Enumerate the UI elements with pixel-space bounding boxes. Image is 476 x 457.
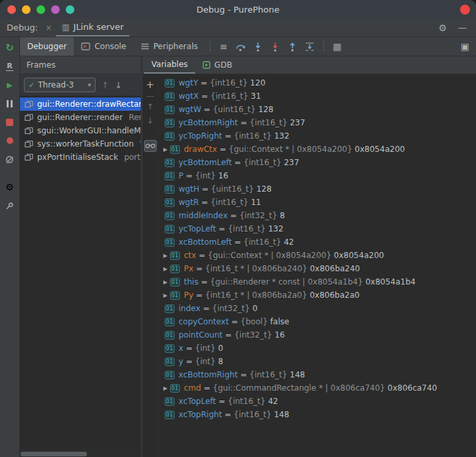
expander-icon[interactable]: ▶ — [161, 279, 170, 285]
tab-jlink-server[interactable]: ▥ JLink server — [56, 19, 129, 36]
window-control-purple[interactable] — [51, 5, 60, 14]
stop-button[interactable] — [3, 116, 17, 128]
frame-item[interactable]: gui::Renderer::drawRectangle — [20, 98, 141, 111]
equals-sign: = — [198, 92, 210, 101]
variable-name: ycTopLeft — [179, 224, 216, 233]
thread-name: Thread-3 — [38, 80, 74, 90]
debug-session-icon: ▥ — [62, 23, 69, 32]
frame-item[interactable]: sys::workerTaskFunctionWo — [20, 137, 141, 151]
variable-row[interactable]: 01index = {int32_t} 0 — [158, 302, 476, 315]
expander-icon[interactable]: ▶ — [161, 266, 170, 272]
resume-button[interactable]: ▶ — [3, 79, 17, 91]
tab-console[interactable]: Console — [74, 37, 133, 56]
variable-row[interactable]: 01xcBottomLeft = {int16_t} 42 — [158, 235, 476, 249]
frame-item[interactable]: gui::Renderer::renderRende — [20, 111, 141, 124]
close-window-button[interactable] — [7, 5, 16, 14]
minimize-window-button[interactable] — [22, 5, 31, 14]
variable-row[interactable]: ▶01drawCtx = {gui::Context * | 0x8054a20… — [158, 143, 476, 156]
thread-dropdown[interactable]: ✓ Thread-3 ▾ — [24, 78, 96, 92]
tab-peripherals[interactable]: Peripherals — [133, 37, 205, 56]
variable-row[interactable]: ▶01cmd = {gui::CommandRectangle * | 0x80… — [158, 381, 476, 395]
view-memory-button[interactable]: ▦ — [329, 37, 346, 56]
variable-name: middleIndex — [179, 211, 228, 220]
previous-frame-button[interactable]: ↑ — [102, 80, 109, 90]
gdb-session-icon — [202, 61, 210, 69]
variable-row[interactable]: ▶01this = {gui::Renderer * const | 0x805… — [158, 275, 476, 289]
variable-row[interactable]: 01xcTopLeft = {int16_t} 42 — [158, 395, 476, 408]
run-to-cursor-icon — [305, 42, 315, 52]
variable-value: 0x8054a200 — [353, 145, 405, 154]
mute-breakpoints-button[interactable] — [3, 153, 17, 165]
force-step-into-icon — [271, 42, 279, 52]
main-area: ↻ R ▶ ⚙ Debugger Console — [0, 37, 476, 457]
variable-row[interactable]: 01xcTopRight = {int16_t} 148 — [158, 408, 476, 421]
variable-row[interactable]: 01x = {int} 0 — [158, 342, 476, 355]
variable-row[interactable]: 01wgtX = {int16_t} 31 — [158, 90, 476, 103]
variable-row[interactable]: 01middleIndex = {int32_t} 8 — [158, 209, 476, 222]
equals-sign: = — [238, 370, 250, 379]
variable-row[interactable]: 01wgtR = {int16_t} 11 — [158, 196, 476, 209]
window-control-teal[interactable] — [66, 5, 74, 14]
tab-debugger[interactable]: Debugger — [20, 37, 74, 56]
frame-item[interactable]: pxPortInitialiseStackport.c:1 — [20, 151, 141, 164]
stop-icon — [6, 119, 13, 126]
horizontal-scrollbar[interactable] — [20, 450, 141, 457]
view-breakpoints-button[interactable] — [3, 135, 17, 147]
variable-value: 0x8054a200 — [331, 251, 384, 260]
primitive-variable-icon: 01 — [165, 225, 175, 233]
variable-row[interactable]: 01wgtW = {uint16_t} 128 — [158, 103, 476, 116]
frame-item[interactable]: sgui::WorkerGUI::handleMes — [20, 124, 141, 137]
tab-variables[interactable]: Variables — [144, 56, 195, 74]
stack-frame-icon — [25, 140, 33, 148]
pin-tab-button[interactable] — [3, 200, 17, 212]
variable-row[interactable]: 01xcBottomRight = {int16_t} 148 — [158, 368, 476, 381]
variable-name: xcBottomLeft — [179, 237, 232, 247]
primitive-variable-icon: 01 — [170, 265, 180, 273]
variable-row[interactable]: ▶01Py = {int16_t * | 0x806ba2a0} 0x806ba… — [158, 289, 476, 302]
show-execution-point-button[interactable]: ≡ — [215, 37, 232, 56]
close-session-icon[interactable]: × — [41, 23, 56, 33]
maximize-window-button[interactable] — [37, 5, 45, 14]
variable-row[interactable]: ▶01Px = {int16_t * | 0x806ba240} 0x806ba… — [158, 262, 476, 275]
watches-glasses-icon — [145, 143, 155, 149]
variable-value: 120 — [248, 78, 266, 88]
rerun-button[interactable]: ↻ — [3, 42, 17, 54]
chevron-down-icon: ▾ — [88, 82, 91, 88]
variable-type: {int16_t} — [228, 224, 266, 233]
variable-row[interactable]: 01ycBottomLeft = {int16_t} 237 — [158, 156, 476, 169]
variable-row[interactable]: ▶01ctx = {gui::Context * | 0x8054a200} 0… — [158, 249, 476, 262]
add-watch-button[interactable]: + — [146, 80, 155, 90]
gear-icon: ⚙ — [5, 182, 14, 192]
scroll-up-icon[interactable]: ↑ — [147, 103, 153, 111]
tab-gdb[interactable]: GDB — [195, 56, 240, 74]
show-watches-button[interactable] — [144, 140, 157, 152]
variable-row[interactable]: 01ycBottomRight = {int16_t} 237 — [158, 116, 476, 129]
settings-gear-icon[interactable]: ⚙ — [438, 23, 447, 33]
expander-icon[interactable]: ▶ — [161, 147, 170, 153]
step-into-button[interactable] — [250, 37, 267, 56]
force-step-into-button[interactable] — [267, 37, 284, 56]
variable-name: xcTopLeft — [179, 397, 216, 406]
scroll-down-icon[interactable]: ↓ — [147, 117, 153, 125]
expander-icon[interactable]: ▶ — [161, 293, 170, 298]
step-out-button[interactable] — [284, 37, 301, 56]
variable-row[interactable]: 01wgtH = {uint16_t} 128 — [158, 182, 476, 196]
next-frame-button[interactable]: ↓ — [115, 80, 122, 90]
variable-row[interactable]: 01P = {int} 16 — [158, 169, 476, 182]
variable-row[interactable]: 01y = {int} 8 — [158, 355, 476, 368]
reset-device-button[interactable]: R — [3, 60, 17, 72]
variable-row[interactable]: 01ycTopRight = {int16_t} 132 — [158, 129, 476, 143]
scrollbar-thumb[interactable] — [21, 452, 87, 456]
expander-icon[interactable]: ▶ — [161, 385, 170, 391]
layout-settings-button[interactable]: ▣ — [461, 41, 469, 52]
variable-row[interactable]: 01ycTopLeft = {int16_t} 132 — [158, 222, 476, 235]
variable-row[interactable]: 01copyContext = {bool} false — [158, 315, 476, 328]
hide-toolwindow-icon[interactable]: — — [458, 23, 467, 33]
run-to-cursor-button[interactable] — [301, 37, 319, 56]
expander-icon[interactable]: ▶ — [161, 253, 170, 259]
pause-button[interactable] — [3, 98, 17, 109]
variable-row[interactable]: 01pointCount = {int32_t} 16 — [158, 328, 476, 342]
step-over-button[interactable] — [232, 37, 250, 56]
variable-row[interactable]: 01wgtY = {int16_t} 120 — [158, 76, 476, 90]
debugger-settings-button[interactable]: ⚙ — [3, 181, 17, 193]
